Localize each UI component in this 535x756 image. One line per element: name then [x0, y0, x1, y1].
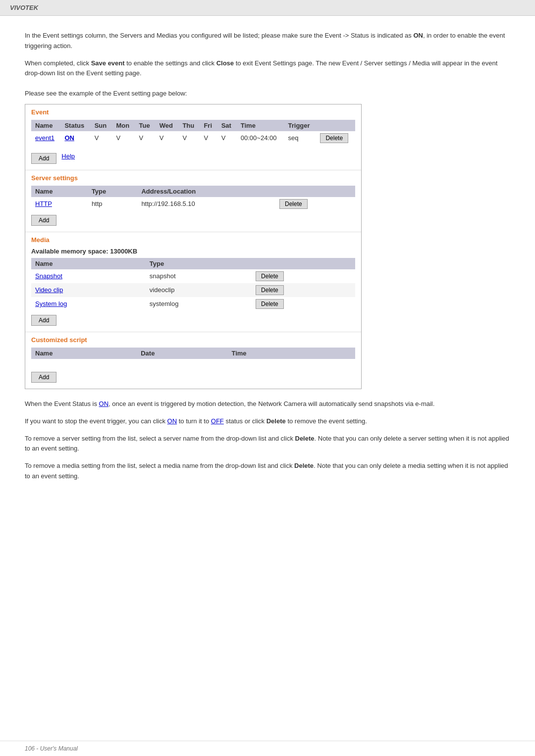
event-col-thu: Thu — [178, 120, 200, 131]
table-row: HTTP http http://192.168.5.10 Delete — [31, 197, 355, 211]
event1-delete-button[interactable]: Delete — [320, 133, 348, 143]
event-col-action — [316, 120, 355, 131]
intro-para-1-text: In the Event settings column, the Server… — [25, 32, 413, 39]
server-col-type: Type — [88, 186, 138, 197]
table-row: System log systemlog Delete — [31, 297, 355, 311]
customized-col-date: Date — [137, 348, 227, 359]
snapshot-type: snapshot — [146, 269, 252, 283]
http-server-delete-button[interactable]: Delete — [279, 199, 308, 209]
outro-off-link[interactable]: OFF — [211, 417, 224, 425]
event-col-sat: Sat — [217, 120, 237, 131]
media-memory-info: Available memory space: 13000KB — [31, 248, 355, 255]
outro-para-1-end: , once an event is triggered by motion d… — [108, 400, 434, 407]
outro-delete-label-3: Delete — [294, 462, 314, 469]
customized-table-header-row: Name Date Time — [31, 348, 355, 359]
http-server-type: http — [88, 197, 138, 211]
customized-section-title: Customized script — [31, 336, 355, 344]
server-add-button[interactable]: Add — [31, 215, 56, 226]
server-col-address: Address/Location — [137, 186, 275, 197]
event1-link[interactable]: event1 — [35, 134, 54, 142]
outro-delete-label-2: Delete — [295, 435, 315, 442]
systemlog-link[interactable]: System log — [35, 300, 67, 307]
event1-mon: V — [112, 131, 135, 145]
event-table-header-row: Name Status Sun Mon Tue Wed Thu Fri Sat … — [31, 120, 355, 131]
event-col-mon: Mon — [112, 120, 135, 131]
event1-tue: V — [135, 131, 156, 145]
outro-para-4: To remove a media setting from the list,… — [25, 461, 510, 482]
customized-add-button[interactable]: Add — [31, 372, 56, 383]
outro-para-2-end: status or click — [224, 417, 267, 425]
event-col-tue: Tue — [135, 120, 156, 131]
customized-col-action — [322, 348, 355, 359]
event-col-sun: Sun — [91, 120, 112, 131]
intro-para-2: When completed, click Save event to enab… — [25, 58, 510, 79]
table-row — [31, 359, 355, 368]
outro-on-link2[interactable]: ON — [167, 417, 177, 425]
snapshot-delete-button[interactable]: Delete — [256, 271, 284, 281]
event-settings-box: Event Name Status Sun Mon Tue Wed Thu Fr… — [25, 104, 362, 389]
videoclip-type: videoclip — [146, 283, 252, 297]
outro-on-link[interactable]: ON — [99, 400, 109, 407]
systemlog-delete-button[interactable]: Delete — [256, 299, 284, 309]
page-footer: 106 - User's Manual — [0, 741, 535, 756]
event1-trigger: seq — [284, 131, 317, 145]
intro-para-2-start: When completed, click — [25, 59, 91, 67]
server-table-header-row: Name Type Address/Location — [31, 186, 355, 197]
event-col-trigger: Trigger — [284, 120, 317, 131]
snapshot-link[interactable]: Snapshot — [35, 272, 62, 280]
save-event-label: Save event — [91, 59, 125, 67]
outro-para-1-start: When the Event Status is — [25, 400, 99, 407]
table-row: Snapshot snapshot Delete — [31, 269, 355, 283]
event-col-time: Time — [237, 120, 284, 131]
event1-sat: V — [217, 131, 237, 145]
example-label: Please see the example of the Event sett… — [25, 89, 510, 99]
event1-status[interactable]: ON — [64, 134, 74, 142]
media-table-header-row: Name Type — [31, 258, 355, 269]
table-row: Video clip videoclip Delete — [31, 283, 355, 297]
media-add-button[interactable]: Add — [31, 315, 56, 326]
videoclip-delete-button[interactable]: Delete — [256, 285, 284, 295]
event-col-wed: Wed — [156, 120, 179, 131]
event-table: Name Status Sun Mon Tue Wed Thu Fri Sat … — [31, 120, 355, 145]
http-server-address: http://192.168.5.10 — [137, 197, 275, 211]
page-header: VIVOTEK — [0, 0, 535, 16]
intro-para-2-mid: to enable the settings and click — [125, 59, 216, 67]
media-section-title: Media — [31, 236, 355, 244]
intro-para-1: In the Event settings column, the Server… — [25, 31, 510, 51]
event-col-fri: Fri — [200, 120, 217, 131]
table-row: event1 ON V V V V V V V 00:00~24:00 seq … — [31, 131, 355, 145]
customized-script-section: Customized script Name Date Time — [25, 332, 361, 389]
http-server-link[interactable]: HTTP — [35, 200, 52, 207]
event-section-title: Event — [31, 108, 355, 116]
event1-wed: V — [156, 131, 179, 145]
media-col-name: Name — [31, 258, 146, 269]
server-col-name: Name — [31, 186, 88, 197]
event1-time: 00:00~24:00 — [237, 131, 284, 145]
intro-on-label: ON — [413, 32, 423, 39]
server-table: Name Type Address/Location HTTP http htt… — [31, 186, 355, 211]
server-col-action — [275, 186, 355, 197]
event1-thu: V — [178, 131, 200, 145]
outro-delete-label: Delete — [267, 417, 286, 425]
outro-para-4-start: To remove a media setting from the list,… — [25, 462, 294, 469]
media-table: Name Type Snapshot snapshot Delete Video… — [31, 258, 355, 311]
outro-para-2: If you want to stop the event trigger, y… — [25, 416, 510, 427]
videoclip-link[interactable]: Video clip — [35, 286, 63, 294]
outro-para-2-start: If you want to stop the event trigger, y… — [25, 417, 167, 425]
close-label: Close — [216, 59, 234, 67]
outro-para-3-start: To remove a server setting from the list… — [25, 435, 295, 442]
outro-para-2-mid: to turn it to — [177, 417, 211, 425]
media-section: Media Available memory space: 13000KB Na… — [25, 232, 361, 332]
customized-table: Name Date Time — [31, 348, 355, 368]
brand-logo: VIVOTEK — [10, 4, 38, 11]
event-help-link[interactable]: Help — [61, 152, 75, 160]
customized-col-time: Time — [227, 348, 322, 359]
media-col-type: Type — [146, 258, 252, 269]
event1-sun: V — [91, 131, 112, 145]
event-add-button[interactable]: Add — [31, 153, 56, 164]
event1-fri: V — [200, 131, 217, 145]
server-section-title: Server settings — [31, 174, 355, 182]
server-settings-section: Server settings Name Type Address/Locati… — [25, 170, 361, 232]
outro-para-2-end2: to remove the event setting. — [286, 417, 367, 425]
outro-para-3: To remove a server setting from the list… — [25, 434, 510, 454]
